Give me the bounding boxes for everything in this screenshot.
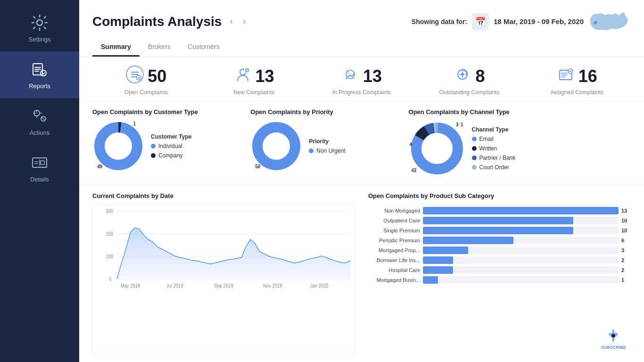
legend-label-court: Court Order — [479, 164, 509, 171]
svg-point-21 — [263, 133, 289, 159]
main-content: Complaints Analysis ‹ › Showing data for… — [79, 0, 644, 362]
bar-row-mortgaged-prop---: Mortgaged Prop... 3 — [368, 247, 631, 254]
bar-row-non-mortgaged: Non Mortgaged 13 — [368, 207, 631, 214]
tabs: Summary Brokers Customers — [92, 39, 631, 57]
bar-value: 10 — [621, 218, 631, 223]
bar-value: 13 — [621, 208, 631, 214]
title-area: Complaints Analysis ‹ › — [92, 14, 248, 29]
legend-nonurgent: Non Urgent — [309, 148, 345, 154]
tab-summary[interactable]: Summary — [92, 39, 140, 57]
legend-title-priority: Priority — [309, 138, 345, 145]
bar-row-outpatient-care: Outpatient Care 10 — [368, 217, 631, 224]
bar-row-mortgaged-busin---: Mortgaged Busin... 1 — [368, 276, 631, 284]
svg-text:100: 100 — [106, 254, 114, 259]
donut-channel: 3 1 4 42 — [409, 120, 465, 177]
legend-partner: Partner / Bank — [472, 155, 516, 161]
tab-brokers[interactable]: Brokers — [140, 39, 179, 57]
stat-label-new: New Complaints — [233, 89, 274, 96]
showing-label: Showing data for: — [412, 18, 467, 25]
ann-4: 4 — [410, 142, 413, 147]
tab-customers[interactable]: Customers — [179, 39, 228, 57]
annotation-49: 49 — [97, 164, 102, 169]
bar-value: 2 — [621, 257, 631, 263]
chart-title-channel: Open Complaints by Channel Type — [409, 108, 510, 115]
bar-row-periodic-premium: Periodic Premium 6 — [368, 237, 631, 244]
svg-text:200: 200 — [106, 231, 114, 237]
sidebar-item-actions[interactable]: Actions — [0, 98, 79, 145]
bar-track — [423, 207, 619, 214]
chart-priority: Open Complaints by Priority 50 Priority … — [250, 108, 398, 172]
page-title: Complaints Analysis — [92, 14, 222, 29]
stat-value-open: 50 — [148, 66, 166, 86]
stat-assigned: 16 Assigned Complaints — [523, 66, 631, 96]
legend-written: Written — [472, 145, 516, 152]
legend-title-customer: Customer Type — [151, 133, 191, 140]
bar-label: Mortgaged Busin... — [368, 277, 420, 283]
bar-fill — [423, 237, 513, 244]
bottom-row: Current Complaints by Date 300 200 100 0 — [79, 185, 644, 362]
next-button[interactable]: › — [240, 16, 248, 27]
bar-chart: Non Mortgaged 13 Outpatient Care 10 Sing… — [368, 207, 631, 284]
prev-button[interactable]: ‹ — [227, 16, 235, 27]
svg-text:300: 300 — [106, 209, 114, 214]
svg-text:Jul 2019: Jul 2019 — [166, 283, 183, 288]
sidebar-label-reports: Reports — [29, 82, 50, 90]
bar-track — [423, 237, 619, 244]
svg-point-40 — [611, 334, 615, 337]
bar-label: Borrower Life Ins... — [368, 257, 420, 263]
bar-fill — [423, 217, 573, 224]
stat-inprogress: 13 In Progress Complaints — [308, 66, 415, 96]
date-range: 18 Mar, 2019 - 09 Feb, 2020 — [494, 17, 584, 25]
bar-fill — [423, 266, 453, 274]
bar-value: 2 — [621, 267, 631, 273]
legend-court: Court Order — [472, 164, 516, 171]
chart-title-customer: Open Complaints by Customer Type — [92, 108, 198, 115]
sidebar-item-reports[interactable]: Reports — [0, 51, 79, 98]
svg-text:0: 0 — [109, 277, 112, 282]
chart-channel: Open Complaints by Channel Type 3 — [409, 108, 631, 177]
bar-row-hospital-care: Hospital Care 2 — [368, 266, 631, 274]
usa-map — [588, 8, 631, 34]
bar-track — [423, 227, 619, 234]
bar-value: 6 — [621, 238, 631, 243]
svg-point-2 — [41, 70, 46, 76]
svg-text:Nov 2019: Nov 2019 — [263, 283, 282, 288]
svg-point-19 — [105, 133, 132, 159]
sidebar-label-details: Details — [30, 176, 49, 183]
sidebar-item-settings[interactable]: Settings — [0, 5, 79, 51]
bar-row-borrower-life-ins---: Borrower Life Ins... 2 — [368, 256, 631, 264]
stat-new: 13 New Complaints — [200, 66, 307, 96]
legend-label-individual: Individual — [158, 143, 182, 149]
ann-1: 1 — [461, 122, 463, 127]
bar-label: Non Mortgaged — [368, 208, 420, 214]
legend-individual: Individual — [151, 143, 191, 149]
annotation-1: 1 — [133, 121, 136, 126]
bar-label: Outpatient Care — [368, 218, 420, 223]
bar-fill — [423, 276, 438, 284]
legend-label-written: Written — [479, 145, 497, 152]
legend-dot-nonurgent — [309, 148, 314, 153]
stat-icon-inprogress — [341, 66, 359, 87]
bar-track — [423, 256, 619, 264]
bar-fill — [423, 227, 573, 234]
stat-open: 50 Open Complaints — [92, 66, 200, 96]
bar-chart-title: Open Complaints by Product Sub Category — [368, 192, 631, 199]
svg-point-14 — [461, 73, 464, 76]
legend-dot-partner — [472, 156, 477, 160]
legend-priority: Priority Non Urgent — [309, 138, 345, 154]
sidebar-item-details[interactable]: Details — [0, 145, 79, 191]
stat-icon-outstanding — [454, 66, 471, 87]
calendar-icon: 📅 — [472, 13, 489, 30]
legend-dot-company — [151, 153, 156, 158]
sidebar: Settings Reports Actions Details — [0, 0, 79, 362]
stats-row: 50 Open Complaints 13 New Complaints — [79, 57, 644, 101]
legend-title-channel: Channel Type — [472, 126, 516, 133]
svg-rect-6 — [41, 161, 44, 165]
bar-chart-block: Open Complaints by Product Sub Category … — [368, 192, 631, 354]
line-chart-area: 300 200 100 0 — [92, 204, 355, 354]
legend-channel: Channel Type Email Written Partner / Ban… — [472, 126, 516, 171]
stat-label-inprogress: In Progress Complaints — [332, 89, 391, 96]
bar-fill — [423, 256, 453, 264]
stat-label-outstanding: Outstanding Complaints — [439, 89, 499, 96]
stat-icon-new — [234, 66, 252, 87]
